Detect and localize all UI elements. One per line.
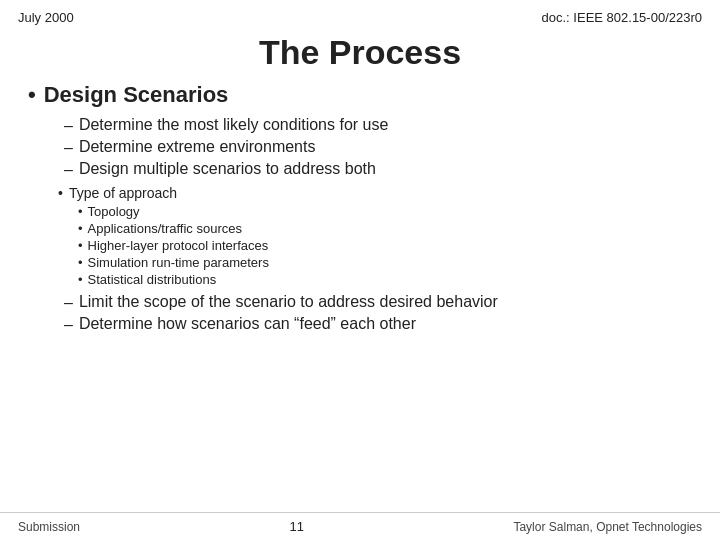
bottom-bullet-2: – Determine how scenarios can “feed” eac… — [64, 315, 692, 334]
nested-text-5: Statistical distributions — [88, 272, 217, 287]
type-of-approach-text: Type of approach — [69, 185, 177, 201]
sub-bullet-2: – Determine extreme environments — [64, 138, 692, 157]
dash-icon-1: – — [64, 117, 73, 135]
sub-bullet-text-1: Determine the most likely conditions for… — [79, 116, 388, 134]
nested-item-1: • Topology — [78, 204, 692, 219]
dash-icon-3: – — [64, 161, 73, 179]
sub-bullets-group: – Determine the most likely conditions f… — [28, 116, 692, 179]
dot-icon: • — [58, 185, 63, 201]
type-of-approach-item: • Type of approach — [58, 185, 692, 201]
nested-dot-5: • — [78, 272, 83, 287]
footer-bar: Submission 11 Taylor Salman, Opnet Techn… — [0, 512, 720, 540]
header-right: doc.: IEEE 802.15-00/223r0 — [542, 10, 702, 25]
sub-bullet-text-2: Determine extreme environments — [79, 138, 316, 156]
nested-item-3: • Higher-layer protocol interfaces — [78, 238, 692, 253]
nested-item-5: • Statistical distributions — [78, 272, 692, 287]
bottom-bullet-text-1: Limit the scope of the scenario to addre… — [79, 293, 498, 311]
bottom-bullet-1: – Limit the scope of the scenario to add… — [64, 293, 692, 312]
dash-icon-2: – — [64, 139, 73, 157]
footer-left: Submission — [18, 520, 80, 534]
sub-bullet-text-3: Design multiple scenarios to address bot… — [79, 160, 376, 178]
nested-dot-4: • — [78, 255, 83, 270]
nested-item-4: • Simulation run-time parameters — [78, 255, 692, 270]
header-left: July 2000 — [18, 10, 74, 25]
nested-item-2: • Applications/traffic sources — [78, 221, 692, 236]
header-bar: July 2000 doc.: IEEE 802.15-00/223r0 — [0, 0, 720, 29]
sub-bullet-3: – Design multiple scenarios to address b… — [64, 160, 692, 179]
bottom-dash-2: – — [64, 316, 73, 334]
bottom-bullet-text-2: Determine how scenarios can “feed” each … — [79, 315, 416, 333]
slide-title: The Process — [259, 33, 461, 71]
bottom-bullets-group: – Limit the scope of the scenario to add… — [28, 293, 692, 334]
nested-text-1: Topology — [88, 204, 140, 219]
footer-right: Taylor Salman, Opnet Technologies — [513, 520, 702, 534]
main-bullet: • Design Scenarios — [28, 82, 692, 108]
content-area: • Design Scenarios – Determine the most … — [0, 82, 720, 334]
nested-dot-1: • — [78, 204, 83, 219]
bottom-dash-1: – — [64, 294, 73, 312]
sub-bullet-1: – Determine the most likely conditions f… — [64, 116, 692, 135]
nested-dot-2: • — [78, 221, 83, 236]
nested-text-3: Higher-layer protocol interfaces — [88, 238, 269, 253]
main-bullet-text: Design Scenarios — [44, 82, 229, 108]
main-bullet-icon: • — [28, 82, 36, 108]
nested-dot-3: • — [78, 238, 83, 253]
nested-text-4: Simulation run-time parameters — [88, 255, 269, 270]
footer-page-number: 11 — [290, 519, 304, 534]
type-of-approach-section: • Type of approach • Topology • Applicat… — [28, 185, 692, 287]
slide: July 2000 doc.: IEEE 802.15-00/223r0 The… — [0, 0, 720, 540]
title-section: The Process — [0, 33, 720, 72]
nested-text-2: Applications/traffic sources — [88, 221, 242, 236]
nested-items-group: • Topology • Applications/traffic source… — [58, 204, 692, 287]
